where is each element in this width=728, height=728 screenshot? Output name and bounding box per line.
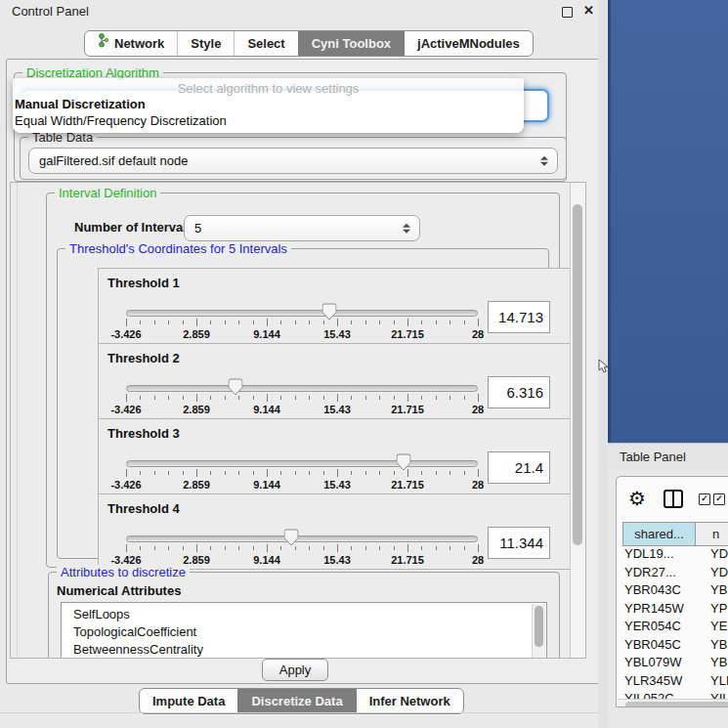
tick-mark [421, 321, 422, 324]
table-row[interactable]: YBR043CYBR0 [622, 582, 728, 601]
column-header-name[interactable]: n [696, 522, 728, 546]
threshold-slider: -3.4262.8599.14415.4321.71528 [126, 306, 478, 341]
scale-label: -3.426 [110, 328, 141, 340]
table-row[interactable]: YPR145WYPR1 [622, 601, 728, 620]
slider-ticks [126, 544, 478, 553]
tick-mark [280, 396, 281, 400]
tick-mark [365, 471, 366, 475]
tab-infer-network[interactable]: Infer Network [356, 689, 463, 713]
cell-name: YER0 [697, 619, 728, 633]
table-row[interactable]: YBR045CYBR0 [622, 637, 728, 656]
threshold-value-input[interactable]: 6.316 [488, 376, 550, 408]
table-row[interactable]: YBL079WYBL0 [622, 655, 728, 673]
gear-icon[interactable]: ⚙ [628, 489, 646, 508]
tick-mark [464, 396, 465, 400]
control-panel: Control Panel ✕ Network Style Select Cyn… [0, 0, 606, 728]
table-row[interactable]: YDL19...YDL1 [622, 546, 728, 565]
slider-track[interactable] [126, 460, 478, 467]
tick-mark [267, 469, 268, 477]
group-title: Threshold's Coordinates for 5 Intervals [65, 241, 291, 256]
tick-mark [351, 546, 352, 550]
tick-mark [168, 396, 169, 400]
scrollbar-thumb[interactable] [573, 204, 582, 545]
panel-title: Control Panel [12, 4, 89, 19]
list-item[interactable]: BetweennessCentrality [62, 641, 546, 659]
combobox-value: galFiltered.sif default node [39, 149, 188, 173]
threshold-value-input[interactable]: 11.344 [488, 527, 550, 559]
threshold-panels: Threshold 1-3.4262.8599.14415.4321.71528… [98, 268, 575, 570]
tick-mark [196, 544, 197, 552]
cell-shared-name: YLR345W [622, 673, 697, 688]
tab-label: Network [114, 31, 164, 56]
scale-label: 28 [472, 404, 484, 415]
scale-label: 15.43 [323, 554, 351, 566]
list-item[interactable]: TopologicalCoefficient [62, 623, 546, 641]
table-row[interactable]: YER054CYER0 [622, 619, 728, 637]
tick-mark [126, 394, 127, 402]
scale-label: 21.715 [391, 554, 424, 566]
tick-mark [183, 471, 184, 475]
tick-mark [436, 321, 437, 324]
dropdown-option-manual-discretization[interactable]: Manual Discretization [15, 97, 146, 111]
tick-mark [253, 471, 254, 475]
slider-thumb[interactable] [284, 529, 299, 546]
tab-label: jActiveMNodules [417, 31, 520, 56]
table-data-combobox[interactable]: galFiltered.sif default node [28, 148, 558, 174]
slider-track[interactable] [126, 535, 478, 542]
tick-mark [478, 544, 479, 552]
scrollbar-thumb[interactable] [625, 702, 728, 707]
tick-mark [450, 321, 450, 324]
dropdown-option-equal-width-frequency[interactable]: Equal Width/Frequency Discretization [15, 113, 227, 128]
threshold-slider: -3.4262.8599.14415.4321.71528 [126, 456, 478, 492]
tab-cyni-toolbox[interactable]: Cyni Toolbox [298, 31, 404, 56]
tick-mark [365, 321, 366, 324]
split-table-icon[interactable] [664, 490, 683, 508]
threshold-panel: Threshold 3-3.4262.8599.14415.4321.71528… [98, 418, 575, 494]
list-item[interactable]: SelfLoops [62, 606, 546, 623]
table-panel: ⚙ ✓ ✓ shared... n YDL19...YDL1YDR27...YD… [608, 470, 728, 728]
threshold-value-input[interactable]: 14.713 [488, 301, 550, 333]
checkbox-icon[interactable]: ✓ [713, 493, 725, 505]
table-horizontal-scrollbar[interactable] [618, 699, 728, 707]
tab-impute-data[interactable]: Impute Data [140, 689, 237, 713]
table-panel-titlebar: Table Panel [608, 443, 728, 472]
numerical-attributes-list[interactable]: SelfLoopsTopologicalCoefficientBetweenne… [61, 602, 547, 659]
close-icon[interactable]: ✕ [583, 3, 594, 18]
interval-definition-group: Interval Definition Number of Intervals … [46, 193, 560, 568]
column-header-shared-name[interactable]: shared... [622, 522, 696, 546]
slider-track[interactable] [126, 385, 478, 392]
tab-select[interactable]: Select [234, 31, 297, 56]
tick-mark [238, 396, 239, 400]
list-scrollbar[interactable] [532, 604, 545, 659]
apply-button[interactable]: Apply [262, 659, 328, 681]
cell-shared-name: YDL19... [622, 546, 697, 561]
tick-mark [126, 469, 127, 477]
tick-mark [450, 471, 450, 475]
tab-style[interactable]: Style [177, 31, 234, 56]
table-rows: YDL19...YDL1YDR27...YDR2YBR043CYBR0YPR14… [622, 546, 728, 707]
control-panel-titlebar: Control Panel ✕ [0, 0, 606, 23]
top-tab-bar: Network Style Select Cyni Toolbox jActiv… [84, 30, 534, 57]
settings-scrollbar[interactable] [570, 183, 585, 658]
tab-network[interactable]: Network [85, 31, 177, 56]
table-row[interactable]: YLR345WYLR3 [622, 673, 728, 692]
tick-mark [295, 396, 296, 400]
tab-jactivemnodules[interactable]: jActiveMNodules [404, 31, 533, 56]
tab-discretize-data[interactable]: Discretize Data [237, 689, 355, 713]
checkbox-icon[interactable]: ✓ [699, 493, 710, 505]
scale-label: 15.43 [323, 479, 351, 491]
slider-track[interactable] [126, 310, 478, 317]
number-of-intervals-combobox[interactable]: 5 [184, 215, 420, 241]
threshold-value-input[interactable]: 21.4 [488, 451, 550, 484]
tick-mark [309, 396, 310, 400]
scale-label: 9.144 [253, 328, 280, 340]
slider-thumb[interactable] [397, 453, 411, 471]
network-tree-icon [98, 31, 108, 56]
slider-thumb[interactable] [228, 378, 242, 396]
float-window-icon[interactable] [562, 7, 573, 18]
tick-mark [183, 396, 184, 400]
scrollbar-thumb[interactable] [535, 606, 543, 647]
table-row[interactable]: YDR27...YDR2 [622, 565, 728, 583]
tick-mark [421, 396, 422, 400]
slider-thumb[interactable] [321, 303, 336, 321]
